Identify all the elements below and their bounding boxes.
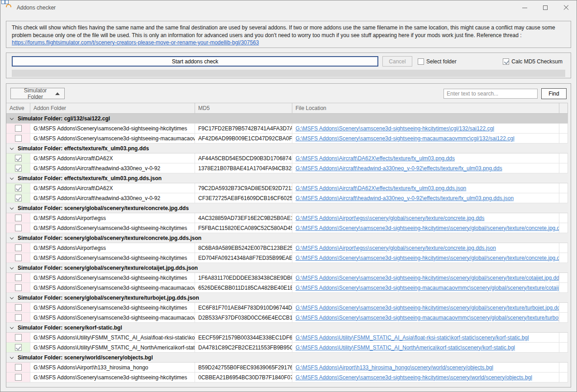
file-location-link[interactable]: G:\MSFS Addons\Aircraft\headwind-a330neo… xyxy=(296,195,514,201)
file-location-link[interactable]: G:\MSFS Addons\Utility\FSMM_STATIC_AI_As… xyxy=(296,335,529,341)
active-checkbox[interactable] xyxy=(15,364,22,371)
active-checkbox[interactable] xyxy=(15,244,22,251)
calc-md5-checkbox-box[interactable] xyxy=(503,58,509,65)
active-checkbox[interactable] xyxy=(15,344,22,351)
file-location-link[interactable]: G:\MSFS Addons\Scenery\samscene3d-sights… xyxy=(296,374,532,381)
active-checkbox[interactable] xyxy=(15,225,22,231)
md5-cell: AF44A5CBD54E5DCD90B3D1706874E23D xyxy=(195,153,292,163)
calc-md5-checkbox[interactable]: Calc MD5 Checksum xyxy=(503,58,563,65)
file-location-cell: G:\MSFS Addons\Airport\egss\scenery/glob… xyxy=(292,243,559,253)
active-checkbox[interactable] xyxy=(15,334,22,341)
group-by-simulator-folder-button[interactable]: Simulator Folder xyxy=(10,88,65,99)
file-location-link[interactable]: G:\MSFS Addons\Aircraft\headwind-a330neo… xyxy=(296,165,502,172)
active-cell xyxy=(6,223,30,233)
active-checkbox[interactable] xyxy=(15,155,22,162)
active-checkbox[interactable] xyxy=(15,165,22,172)
active-checkbox[interactable] xyxy=(15,135,22,142)
file-location-link[interactable]: G:\MSFS Addons\Utility\FSMM_STATIC_AI_No… xyxy=(296,344,515,351)
group-row[interactable]: Simulator Folder: scenery/global/scenery… xyxy=(6,293,568,303)
active-checkbox[interactable] xyxy=(15,215,22,221)
file-location-link[interactable]: G:\MSFS Addons\Scenery\samscene3d-sights… xyxy=(296,275,559,281)
group-row[interactable]: Simulator Folder: scenery/global/scenery… xyxy=(6,233,568,243)
filler-cell xyxy=(559,183,568,193)
file-location-link[interactable]: G:\MSFS Addons\Aircraft\DA62X\effects/te… xyxy=(296,155,455,162)
file-location-link[interactable]: G:\MSFS Addons\Airport\egss\scenery/glob… xyxy=(296,245,496,251)
group-row[interactable]: Simulator Folder: cgl/132/sai122.cgl xyxy=(6,114,568,124)
active-checkbox[interactable] xyxy=(15,274,22,281)
active-checkbox[interactable] xyxy=(15,254,22,261)
find-button[interactable]: Find xyxy=(541,88,567,99)
active-cell xyxy=(6,243,30,253)
file-location-link[interactable]: G:\MSFS Addons\Scenery\samscene3d-sights… xyxy=(296,125,494,132)
file-location-link[interactable]: G:\MSFS Addons\Scenery\samscene3d-sights… xyxy=(296,315,559,321)
filler-cell xyxy=(559,283,568,292)
window-title: Addons checker xyxy=(17,5,56,11)
group-label: Simulator Folder: scenery/global/scenery… xyxy=(18,295,199,301)
filler-cell xyxy=(559,303,568,312)
cancel-button[interactable]: Cancel xyxy=(382,56,412,67)
grid-toolbar: Simulator Folder Find xyxy=(6,84,571,103)
group-row[interactable]: Simulator Folder: effects/texture/fx_ulm… xyxy=(6,173,568,183)
column-header-active[interactable]: Active xyxy=(6,103,30,113)
column-header-file-location[interactable]: File Location xyxy=(292,103,559,113)
file-location-link[interactable]: G:\MSFS Addons\Airport\h133_hirosima_hon… xyxy=(296,364,493,371)
group-row[interactable]: Simulator Folder: scenery/world/scenery/… xyxy=(6,353,568,363)
file-location-cell: G:\MSFS Addons\Utility\FSMM_STATIC_AI_As… xyxy=(292,333,559,342)
addon-folder-cell: G:\MSFS Addons\Utility\FSMM_STATIC_AI_As… xyxy=(30,333,195,342)
active-checkbox[interactable] xyxy=(15,185,22,191)
select-folder-checkbox-box[interactable] xyxy=(418,58,424,65)
column-header-md5[interactable]: MD5 xyxy=(195,103,292,113)
calc-md5-label: Calc MD5 Checksum xyxy=(511,58,563,65)
group-row[interactable]: Simulator Folder: scenery/global/scenery… xyxy=(6,263,568,273)
file-location-cell: G:\MSFS Addons\Aircraft\headwind-a330neo… xyxy=(292,193,559,203)
select-folder-checkbox[interactable]: Select folder xyxy=(418,58,457,65)
app-icon xyxy=(5,4,13,11)
md5-cell: 1378E21B07B8AE41A1704FA94CB323E4 xyxy=(195,163,292,173)
close-button[interactable] xyxy=(556,0,577,15)
minimize-button[interactable] xyxy=(514,0,535,15)
filler-cell xyxy=(559,373,568,382)
group-row[interactable]: Simulator Folder: effects/texture/fx_ulm… xyxy=(6,143,568,153)
active-checkbox[interactable] xyxy=(15,304,22,311)
active-checkbox[interactable] xyxy=(15,284,22,291)
active-checkbox[interactable] xyxy=(15,374,22,381)
active-checkbox[interactable] xyxy=(15,125,22,132)
active-cell xyxy=(6,163,30,173)
active-cell xyxy=(6,373,30,382)
file-location-link[interactable]: G:\MSFS Addons\Scenery\samscene3d-sights… xyxy=(296,285,559,291)
md5-cell: F9C17FD2EB79B5742B741A4FA3D7AFE7 xyxy=(195,124,292,133)
file-location-cell: G:\MSFS Addons\Scenery\samscene3d-sights… xyxy=(292,283,559,292)
collapse-chevron-icon xyxy=(10,265,14,269)
collapse-chevron-icon xyxy=(10,325,14,329)
search-input[interactable] xyxy=(443,89,538,99)
addon-folder-cell: G:\MSFS Addons\Scenery\samscene3d-sights… xyxy=(30,373,195,382)
active-checkbox[interactable] xyxy=(15,314,22,321)
title-bar: Addons checker xyxy=(0,0,577,15)
group-row[interactable]: Simulator Folder: scenery/korf-static.bg… xyxy=(6,323,568,333)
filler-cell xyxy=(559,273,568,282)
column-header-addon-folder[interactable]: Addon Folder xyxy=(30,103,195,113)
file-location-cell: G:\MSFS Addons\Airport\h133_hirosima_hon… xyxy=(292,363,559,372)
addon-folder-cell: G:\MSFS Addons\Airport\egss xyxy=(30,243,195,253)
file-location-link[interactable]: G:\MSFS Addons\Airport\egss\scenery/glob… xyxy=(296,215,485,221)
table-row: G:\MSFS Addons\Scenery\samscene3d-sights… xyxy=(6,253,568,263)
group-row[interactable]: Simulator Folder: scenery/global/scenery… xyxy=(6,203,568,213)
table-row: G:\MSFS Addons\Scenery\samscene3d-sights… xyxy=(6,313,568,323)
file-location-link[interactable]: G:\MSFS Addons\Scenery\samscene3d-sights… xyxy=(296,135,515,142)
maximize-button[interactable] xyxy=(535,0,556,15)
group-label: Simulator Folder: scenery/world/scenery/… xyxy=(18,354,153,361)
active-checkbox[interactable] xyxy=(15,195,22,201)
file-location-link[interactable]: G:\MSFS Addons\Scenery\samscene3d-sights… xyxy=(296,255,559,261)
file-location-cell: G:\MSFS Addons\Scenery\samscene3d-sights… xyxy=(292,373,559,382)
maximize-icon xyxy=(543,5,548,10)
active-cell xyxy=(6,183,30,193)
file-location-cell: G:\MSFS Addons\Scenery\samscene3d-sights… xyxy=(292,253,559,263)
file-location-cell: G:\MSFS Addons\Aircraft\DA62X\effects/te… xyxy=(292,153,559,163)
filler-cell xyxy=(559,333,568,342)
reference-thread-link[interactable]: https://forums.flightsimulator.com/t/sce… xyxy=(12,39,259,46)
file-location-link[interactable]: G:\MSFS Addons\Aircraft\DA62X\effects/te… xyxy=(296,185,466,191)
start-addons-check-button[interactable]: Start addons check xyxy=(12,56,378,67)
file-location-link[interactable]: G:\MSFS Addons\Scenery\samscene3d-sights… xyxy=(296,305,559,311)
file-location-link[interactable]: G:\MSFS Addons\Scenery\samscene3d-sights… xyxy=(296,225,559,231)
addon-folder-cell: G:\MSFS Addons\Scenery\samscene3d-sights… xyxy=(30,223,195,233)
